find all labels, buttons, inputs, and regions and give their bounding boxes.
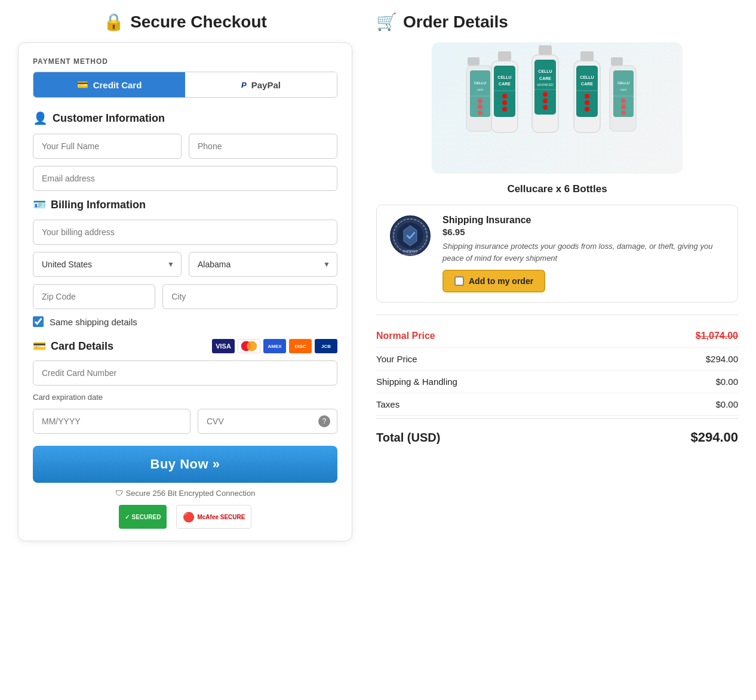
- state-select[interactable]: Alabama Alaska Arizona California Colora…: [189, 252, 337, 277]
- cvv-input[interactable]: [198, 409, 337, 434]
- billing-address-row: [33, 220, 337, 245]
- total-row: Total (USD) $294.00: [376, 421, 738, 449]
- normal-price-row: Normal Price $1,074.00: [376, 325, 738, 348]
- secure-note-text: Secure 256 Bit Encrypted Connection: [126, 489, 256, 498]
- same-shipping-row: Same shipping details: [33, 316, 337, 327]
- svg-rect-4: [470, 70, 490, 117]
- shield-check-icon: ✓: [125, 514, 130, 520]
- svg-point-26: [502, 94, 507, 98]
- lock-icon: 🔒: [103, 12, 124, 32]
- svg-rect-11: [611, 57, 623, 66]
- svg-text:CELLU: CELLU: [497, 75, 511, 79]
- zip-city-row: [33, 284, 337, 309]
- shipping-badge-svg: SHIPPING — INSURANCE —: [389, 215, 431, 257]
- svg-text:ADVANCED: ADVANCED: [537, 83, 554, 87]
- svg-point-45: [585, 94, 589, 98]
- shipping-handling-value: $0.00: [715, 377, 738, 387]
- billing-address-input[interactable]: [33, 220, 337, 245]
- order-details-title: Order Details: [403, 13, 508, 32]
- same-shipping-checkbox[interactable]: [33, 316, 44, 327]
- svg-text:CARE: CARE: [620, 88, 626, 91]
- card-number-row: [33, 360, 337, 386]
- secured-badge: ✓ SECURED: [119, 505, 167, 529]
- shipping-row: Shipping & Handling $0.00: [376, 371, 738, 393]
- cvv-help-icon[interactable]: ?: [318, 415, 330, 427]
- tab-paypal-label: PayPal: [251, 80, 281, 90]
- expiry-cvv-row: ?: [33, 409, 337, 434]
- buy-now-button[interactable]: Buy Now »: [33, 446, 337, 483]
- country-state-row: United States Canada UK Australia ▼ Alab…: [33, 252, 337, 277]
- expiry-label: Card expiration date: [33, 393, 337, 402]
- total-value: $294.00: [690, 430, 738, 445]
- svg-rect-2: [468, 57, 480, 66]
- tab-credit-card-label: Credit Card: [93, 80, 142, 90]
- normal-price-label: Normal Price: [376, 331, 435, 341]
- svg-point-46: [585, 100, 589, 105]
- svg-text:CARE: CARE: [499, 82, 511, 86]
- country-select-wrap: United States Canada UK Australia ▼: [33, 252, 182, 277]
- payment-tabs: 💳 Credit Card P PayPal: [33, 72, 337, 98]
- country-select[interactable]: United States Canada UK Australia: [33, 252, 182, 277]
- expiry-input[interactable]: [33, 409, 190, 434]
- svg-text:CELLU: CELLU: [538, 69, 552, 73]
- add-order-checkbox: [454, 276, 464, 286]
- secure-note: 🛡 Secure 256 Bit Encrypted Connection: [33, 489, 337, 498]
- svg-point-8: [478, 98, 483, 103]
- payment-method-label: PAYMENT METHOD: [33, 57, 337, 66]
- visa-icon: VISA: [212, 339, 235, 353]
- product-image: CELLU CARE CELLU CARE: [432, 42, 683, 174]
- secured-badge-text: SECURED: [132, 514, 161, 520]
- billing-section-title: 🪪 Billing Information: [33, 198, 337, 211]
- card-section-icon: 💳: [33, 340, 46, 353]
- svg-point-17: [621, 98, 626, 103]
- same-shipping-label: Same shipping details: [50, 317, 137, 327]
- shipping-insurance-box: SHIPPING — INSURANCE — Shipping Insuranc…: [376, 205, 738, 303]
- tab-credit-card[interactable]: 💳 Credit Card: [33, 72, 185, 97]
- svg-point-19: [621, 110, 626, 115]
- your-price-value: $294.00: [706, 354, 738, 364]
- svg-point-47: [585, 107, 589, 112]
- shipping-handling-label: Shipping & Handling: [376, 377, 457, 387]
- right-header: 🛒 Order Details: [376, 12, 738, 32]
- customer-section-title: 👤 Customer Information: [33, 111, 337, 125]
- svg-point-10: [478, 110, 483, 115]
- shipping-info: Shipping Insurance $6.95 Shipping insura…: [442, 215, 728, 292]
- add-to-order-label: Add to my order: [469, 276, 533, 286]
- state-select-wrap: Alabama Alaska Arizona California Colora…: [189, 252, 337, 277]
- shipping-insurance-title: Shipping Insurance: [442, 215, 728, 226]
- city-input[interactable]: [162, 284, 337, 309]
- bottles-svg: CELLU CARE CELLU CARE: [438, 45, 677, 171]
- normal-price-value: $1,074.00: [696, 331, 738, 341]
- full-name-input[interactable]: [33, 134, 182, 159]
- svg-rect-20: [498, 51, 511, 61]
- svg-point-18: [621, 104, 626, 109]
- svg-text:CARE: CARE: [539, 76, 551, 81]
- card-section-title: 💳 Card Details: [33, 340, 113, 353]
- cart-icon: 🛒: [376, 12, 397, 32]
- svg-point-38: [543, 105, 548, 110]
- product-section: CELLU CARE CELLU CARE: [376, 42, 738, 195]
- zip-input[interactable]: [33, 284, 155, 309]
- card-number-input[interactable]: [33, 360, 337, 386]
- card-icons: VISA AMEX DISC JCB: [212, 339, 337, 353]
- product-name: Cellucare x 6 Bottles: [507, 183, 607, 195]
- email-row: [33, 166, 337, 191]
- checkout-title: Secure Checkout: [130, 13, 267, 32]
- amex-icon: AMEX: [263, 339, 286, 353]
- user-icon: 👤: [33, 111, 48, 125]
- add-to-order-button[interactable]: Add to my order: [442, 270, 545, 292]
- svg-point-37: [543, 98, 548, 103]
- trust-badges: ✓ SECURED 🔴 McAfee SECURE: [33, 505, 337, 529]
- svg-rect-29: [539, 45, 552, 55]
- svg-point-1: [247, 341, 257, 351]
- phone-input[interactable]: [189, 134, 337, 159]
- svg-text:CELLU: CELLU: [580, 75, 594, 79]
- svg-text:CARE: CARE: [581, 82, 593, 86]
- taxes-value: $0.00: [715, 399, 738, 409]
- tab-paypal[interactable]: P PayPal: [185, 72, 337, 97]
- svg-text:CARE: CARE: [477, 88, 483, 91]
- svg-text:CELLU: CELLU: [617, 81, 629, 85]
- email-input[interactable]: [33, 166, 337, 191]
- your-price-row: Your Price $294.00: [376, 348, 738, 371]
- shipping-icon-wrap: SHIPPING — INSURANCE —: [386, 215, 434, 257]
